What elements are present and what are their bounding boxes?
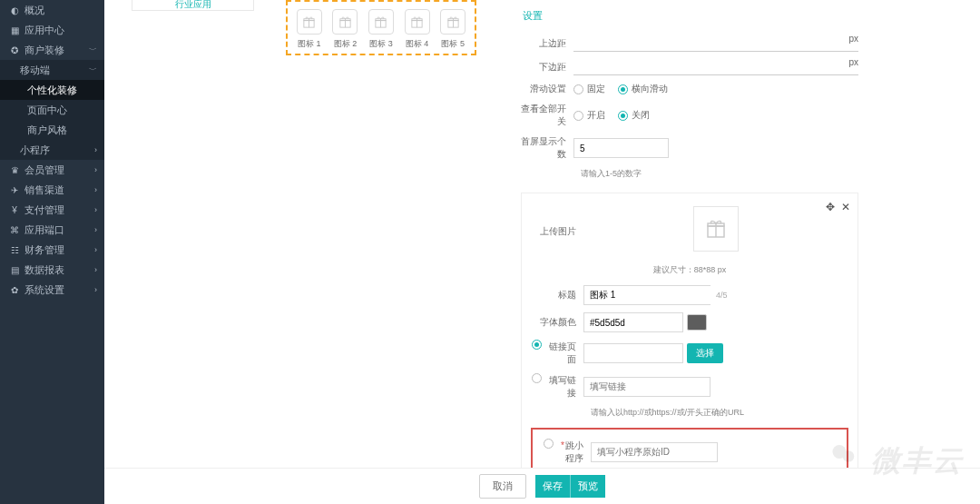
chevron-right-icon: › bbox=[94, 145, 97, 154]
label-margin-bottom: 下边距 bbox=[521, 61, 573, 74]
sidebar: ◐概况 ▦应用中心 ✪商户装修﹀ 移动端﹀ 个性化装修 页面中心 商户风格 小程… bbox=[0, 0, 104, 504]
row-first-count: 首屏显示个数 bbox=[521, 135, 858, 161]
icon-slot-1[interactable]: 图标 1 bbox=[291, 9, 328, 50]
sidebar-item-label: 财务管理 bbox=[24, 243, 64, 257]
unit-label: px bbox=[848, 57, 858, 67]
label-viewall: 查看全部开关 bbox=[521, 103, 573, 128]
row-view-all: 查看全部开关 开启 关闭 bbox=[521, 103, 858, 128]
radio-fixed[interactable]: 固定 bbox=[573, 83, 605, 95]
settings-panel: 设置 上边距 px 下边距 px 滑动设置 固定 横向滑动 查看全部开关 开启 bbox=[508, 0, 871, 472]
label-fill-link: 填写链接 bbox=[531, 373, 583, 400]
icon-slot-2[interactable]: 图标 2 bbox=[328, 9, 364, 50]
cancel-button[interactable]: 取消 bbox=[479, 474, 526, 499]
main-area: 行业应用 图标 1 图标 2 图标 3 图标 4 bbox=[104, 0, 980, 504]
icon-preview-panel[interactable]: 图标 1 图标 2 图标 3 图标 4 图标 5 bbox=[286, 0, 476, 55]
radio-fill-link[interactable] bbox=[532, 373, 545, 383]
icon-label: 图标 1 bbox=[291, 38, 328, 50]
sidebar-item-miniprogram[interactable]: 小程序› bbox=[0, 140, 104, 160]
sidebar-item-label: 会员管理 bbox=[24, 163, 64, 177]
sidebar-item-merchant-style[interactable]: 商户风格 bbox=[0, 120, 104, 140]
sidebar-item-overview[interactable]: ◐概况 bbox=[0, 0, 104, 20]
upload-image-button[interactable] bbox=[693, 206, 739, 252]
save-button[interactable]: 保存 bbox=[535, 475, 570, 498]
sidebar-item-custom-decoration[interactable]: 个性化装修 bbox=[0, 80, 104, 100]
preview-button[interactable]: 预览 bbox=[570, 475, 605, 498]
sidebar-item-settings[interactable]: ✿系统设置› bbox=[0, 280, 104, 300]
radio-jump-miniprogram[interactable] bbox=[544, 439, 557, 449]
radio-close[interactable]: 关闭 bbox=[618, 109, 650, 122]
yen-icon: ¥ bbox=[9, 205, 20, 215]
chevron-down-icon: ﹀ bbox=[89, 44, 97, 56]
row-margin-bottom: 下边距 px bbox=[521, 59, 858, 75]
sidebar-item-members[interactable]: ♛会员管理› bbox=[0, 160, 104, 180]
unit-label: px bbox=[848, 34, 858, 44]
miniprogram-id-input[interactable] bbox=[591, 442, 718, 462]
sidebar-item-label: 页面中心 bbox=[27, 104, 67, 117]
fill-link-input[interactable] bbox=[583, 377, 710, 397]
sidebar-item-reports[interactable]: ▤数据报表› bbox=[0, 260, 104, 280]
hint-first-count: 请输入1-5的数字 bbox=[581, 168, 858, 180]
chevron-right-icon: › bbox=[94, 185, 97, 194]
label-font-color: 字体颜色 bbox=[531, 316, 583, 329]
tab-industry-apps[interactable]: 行业应用 bbox=[132, 0, 254, 11]
sidebar-item-sales[interactable]: ✈销售渠道› bbox=[0, 180, 104, 200]
icon-slot-4[interactable]: 图标 4 bbox=[399, 9, 436, 50]
sidebar-item-mobile[interactable]: 移动端﹀ bbox=[0, 60, 104, 80]
list-icon: ☷ bbox=[9, 245, 20, 255]
chevron-right-icon: › bbox=[94, 165, 97, 174]
select-page-button[interactable]: 选择 bbox=[687, 343, 723, 363]
icon-label: 图标 5 bbox=[435, 38, 471, 50]
row-slide-setting: 滑动设置 固定 横向滑动 bbox=[521, 83, 858, 95]
gift-icon bbox=[440, 9, 466, 35]
list-icon: ▤ bbox=[9, 265, 20, 275]
gift-icon bbox=[297, 9, 322, 35]
link-page-input[interactable] bbox=[583, 343, 683, 363]
radio-open[interactable]: 开启 bbox=[573, 109, 605, 122]
margin-top-input[interactable] bbox=[573, 35, 858, 52]
radio-horizontal-scroll[interactable]: 横向滑动 bbox=[618, 83, 668, 95]
sidebar-item-finance[interactable]: ☷财务管理› bbox=[0, 240, 104, 260]
settings-title: 设置 bbox=[521, 0, 858, 28]
icon-config-card-1: ✥ ✕ 上传图片 建议尺寸：88*88 px 标题 4/5 bbox=[521, 193, 858, 472]
sidebar-item-label: 销售渠道 bbox=[24, 183, 64, 197]
label-upload: 上传图片 bbox=[531, 225, 583, 238]
chevron-right-icon: › bbox=[94, 285, 97, 294]
icon-slot-5[interactable]: 图标 5 bbox=[435, 9, 471, 50]
chevron-right-icon: › bbox=[94, 205, 97, 214]
apps-icon: ⌘ bbox=[9, 225, 20, 235]
radio-link-page[interactable] bbox=[532, 340, 545, 350]
label-margin-top: 上边距 bbox=[521, 37, 573, 50]
sidebar-item-page-center[interactable]: 页面中心 bbox=[0, 100, 104, 120]
sidebar-item-label: 支付管理 bbox=[24, 203, 64, 217]
first-count-input[interactable] bbox=[573, 138, 669, 158]
font-color-input[interactable] bbox=[583, 312, 683, 332]
sidebar-item-label: 移动端 bbox=[20, 64, 50, 77]
gift-icon bbox=[405, 9, 430, 35]
sidebar-item-label: 小程序 bbox=[20, 143, 50, 157]
chevron-right-icon: › bbox=[94, 245, 97, 254]
hint-size: 建议尺寸：88*88 px bbox=[531, 264, 848, 276]
sidebar-item-app-port[interactable]: ⌘应用端口› bbox=[0, 220, 104, 240]
highlighted-section: *跳小程序 bbox=[531, 428, 848, 472]
crown-icon: ♛ bbox=[9, 165, 20, 175]
title-input[interactable] bbox=[584, 286, 710, 304]
sidebar-item-payment[interactable]: ¥支付管理› bbox=[0, 200, 104, 220]
icon-label: 图标 2 bbox=[328, 38, 364, 50]
row-margin-top: 上边距 px bbox=[521, 35, 858, 52]
color-swatch[interactable] bbox=[687, 314, 707, 331]
icon-slot-3[interactable]: 图标 3 bbox=[363, 9, 399, 50]
label-link-page: 链接页面 bbox=[531, 340, 583, 366]
icon-label: 图标 4 bbox=[399, 38, 436, 50]
gift-icon bbox=[368, 9, 394, 35]
sidebar-item-label: 应用中心 bbox=[24, 24, 64, 37]
gift-icon bbox=[332, 9, 358, 35]
sidebar-item-decoration[interactable]: ✪商户装修﹀ bbox=[0, 40, 104, 60]
chevron-down-icon: ﹀ bbox=[89, 64, 97, 76]
sidebar-item-appcenter[interactable]: ▦应用中心 bbox=[0, 20, 104, 40]
grid-icon: ▦ bbox=[9, 25, 20, 35]
icon-label: 图标 3 bbox=[363, 38, 399, 50]
sidebar-item-label: 数据报表 bbox=[24, 263, 64, 277]
label-first-count: 首屏显示个数 bbox=[521, 135, 573, 161]
label-jump-app: *跳小程序 bbox=[538, 439, 591, 465]
margin-bottom-input[interactable] bbox=[573, 59, 858, 75]
